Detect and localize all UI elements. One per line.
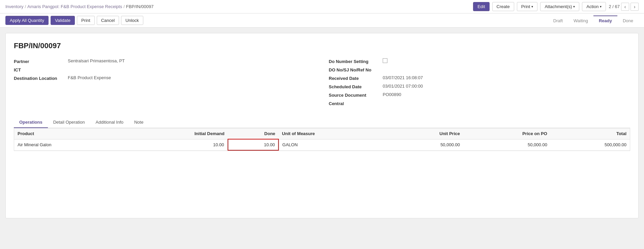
col-initial-demand: Initial Demand xyxy=(126,128,228,139)
validate-button[interactable]: Validate xyxy=(51,16,75,25)
status-draft[interactable]: Draft xyxy=(548,15,568,25)
status-ready[interactable]: Ready xyxy=(593,15,617,25)
received-date-row: Received Date 03/07/2021 16:08:07 xyxy=(329,75,630,81)
received-date-label: Received Date xyxy=(329,75,383,81)
col-price-on-po: Price on PO xyxy=(463,128,551,139)
source-document-label: Source Document xyxy=(329,92,383,98)
cell-unit-of-measure: GALON xyxy=(279,139,388,150)
ict-label: ICT xyxy=(14,67,68,72)
breadcrumb-sep1: / xyxy=(25,4,26,9)
col-unit-price: Unit Price xyxy=(388,128,463,139)
do-no-row: DO No/SJ No/Ref No xyxy=(329,67,630,72)
table-header-row: Product Initial Demand Done Unit of Meas… xyxy=(14,128,630,139)
scheduled-date-value: 03/01/2021 07:00:00 xyxy=(383,84,423,89)
tab-operations[interactable]: Operations xyxy=(14,117,48,128)
breadcrumb-inventory[interactable]: Inventory xyxy=(5,4,23,9)
cancel-button[interactable]: Cancel xyxy=(97,16,119,25)
tabs: Operations Detail Operation Additional I… xyxy=(14,117,630,128)
do-number-setting-label: Do Number Setting xyxy=(329,58,383,64)
col-total: Total xyxy=(551,128,630,139)
action-bar: Apply All Quantity Validate Print Cancel… xyxy=(0,13,644,28)
cell-initial-demand: 10.00 xyxy=(126,139,228,150)
pagination-prev-button[interactable]: ‹ xyxy=(621,3,629,11)
print-caret-icon: ▾ xyxy=(531,5,533,8)
create-button[interactable]: Create xyxy=(492,2,514,11)
attachments-caret-icon: ▾ xyxy=(573,5,575,8)
destination-location-row: Destination Location F&B Product Expense xyxy=(14,75,315,81)
destination-location-value: F&B Product Expense xyxy=(68,75,111,80)
top-nav-right: Edit Create Print ▾ Attachment(s) ▾ Acti… xyxy=(473,2,639,11)
status-steps: Draft Waiting Ready Done xyxy=(548,15,639,25)
action-caret-icon: ▾ xyxy=(600,5,602,8)
main-content: FBP/IN/00097 Partner Sentralsari Primase… xyxy=(5,33,639,218)
cell-unit-price: 50,000.00 xyxy=(388,139,463,150)
breadcrumb: Inventory / Amaris Pangpol: F&B Product … xyxy=(5,4,471,9)
central-row: Central xyxy=(329,100,630,106)
tab-note[interactable]: Note xyxy=(129,117,149,128)
doc-title: FBP/IN/00097 xyxy=(14,41,630,50)
ict-row: ICT xyxy=(14,67,315,72)
print-dropdown-button[interactable]: Print ▾ xyxy=(517,2,538,11)
action-dropdown-button[interactable]: Action ▾ xyxy=(582,2,606,11)
status-done[interactable]: Done xyxy=(617,15,639,25)
unlock-button[interactable]: Unlock xyxy=(121,16,143,25)
form-grid: Partner Sentralsari Primasentosa, PT ICT… xyxy=(14,58,630,109)
col-unit-of-measure: Unit of Measure xyxy=(279,128,388,139)
destination-location-label: Destination Location xyxy=(14,75,68,81)
partner-label: Partner xyxy=(14,58,68,64)
received-date-value: 03/07/2021 16:08:07 xyxy=(383,75,423,80)
operations-table-wrapper: Product Initial Demand Done Unit of Meas… xyxy=(14,128,630,151)
partner-row: Partner Sentralsari Primasentosa, PT xyxy=(14,58,315,64)
cell-done[interactable]: 10.00 xyxy=(228,139,279,150)
central-label: Central xyxy=(329,100,383,106)
scheduled-date-label: Scheduled Date xyxy=(329,84,383,89)
status-waiting[interactable]: Waiting xyxy=(568,15,593,25)
col-product: Product xyxy=(14,128,126,139)
form-right: Do Number Setting DO No/SJ No/Ref No Rec… xyxy=(329,58,630,109)
partner-value: Sentralsari Primasentosa, PT xyxy=(68,58,125,63)
breadcrumb-company[interactable]: Amaris Pangpol: F&B Product Expense Rece… xyxy=(27,4,122,9)
pagination-text: 2 / 67 xyxy=(609,4,620,9)
cell-product: Air Mineral Galon xyxy=(14,139,126,150)
edit-button[interactable]: Edit xyxy=(473,2,489,11)
source-document-value: PO00890 xyxy=(383,92,401,97)
top-nav: Inventory / Amaris Pangpol: F&B Product … xyxy=(0,0,644,13)
cell-total: 500,000.00 xyxy=(551,139,630,150)
scheduled-date-row: Scheduled Date 03/01/2021 07:00:00 xyxy=(329,84,630,89)
breadcrumb-sep2: / xyxy=(123,4,125,9)
source-document-row: Source Document PO00890 xyxy=(329,92,630,98)
do-number-setting-checkbox[interactable] xyxy=(383,58,387,63)
pagination-next-button[interactable]: › xyxy=(631,3,639,11)
cell-price-on-po: 50,000.00 xyxy=(463,139,551,150)
apply-quantity-button[interactable]: Apply All Quantity xyxy=(5,16,49,25)
breadcrumb-docid: FBP/IN/00097 xyxy=(126,4,154,9)
form-left: Partner Sentralsari Primasentosa, PT ICT… xyxy=(14,58,315,109)
col-done: Done xyxy=(228,128,279,139)
do-no-label: DO No/SJ No/Ref No xyxy=(329,67,383,72)
pagination: 2 / 67 ‹ › xyxy=(609,3,639,11)
tab-detail-operation[interactable]: Detail Operation xyxy=(48,117,90,128)
do-number-setting-row: Do Number Setting xyxy=(329,58,630,64)
attachments-dropdown-button[interactable]: Attachment(s) ▾ xyxy=(540,2,579,11)
operations-table: Product Initial Demand Done Unit of Meas… xyxy=(14,128,630,151)
table-row: Air Mineral Galon 10.00 10.00 GALON 50,0… xyxy=(14,139,630,150)
tab-additional-info[interactable]: Additional Info xyxy=(90,117,129,128)
print-button[interactable]: Print xyxy=(77,16,95,25)
